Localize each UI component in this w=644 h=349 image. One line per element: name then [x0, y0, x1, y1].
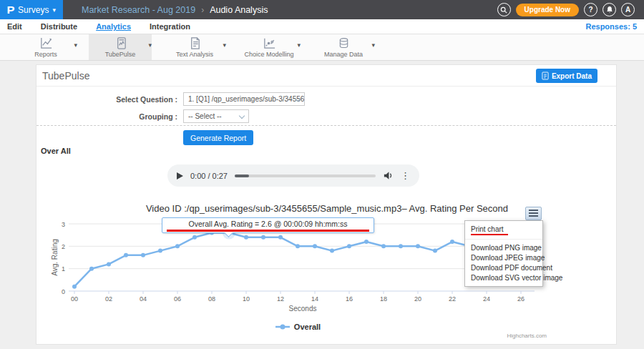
toolbar-item-label: Reports — [34, 51, 57, 58]
hamburger-icon — [529, 212, 538, 214]
generate-report-button[interactable]: Generate Report — [183, 130, 253, 145]
svg-text:22: 22 — [449, 295, 456, 303]
choice-modelling-icon — [263, 36, 276, 50]
surveys-menu[interactable]: P Surveys ▾ — [0, 0, 63, 19]
bell-icon — [606, 6, 613, 14]
caret-down-icon: ▾ — [52, 6, 56, 14]
responses-count[interactable]: Responses: 5 — [585, 22, 637, 31]
toolbar-item-tubepulse[interactable]: TubePulse ▾ — [89, 34, 152, 60]
svg-text:14: 14 — [311, 295, 318, 303]
nav-item-edit[interactable]: Edit — [7, 22, 22, 31]
svg-text:26: 26 — [517, 295, 525, 303]
breadcrumb-separator-icon: › — [201, 5, 204, 15]
select-question-value: 1. [Q1] /qp_userimages/sub-3/3455655/S..… — [188, 95, 305, 103]
manage-data-icon — [337, 36, 351, 50]
nav-item-distribute[interactable]: Distribute — [41, 22, 77, 31]
upgrade-now-button[interactable]: Upgrade Now — [516, 4, 579, 16]
dotted-divider — [36, 125, 616, 126]
toolbar-item-label: Manage Data — [324, 51, 363, 58]
search-icon — [500, 6, 507, 14]
toolbar-item-manage-data[interactable]: Manage Data ▾ — [312, 34, 375, 60]
menu-item-download-jpeg[interactable]: Download JPEG image — [465, 252, 542, 262]
caret-down-icon[interactable]: ▾ — [148, 41, 152, 49]
svg-text:08: 08 — [208, 295, 215, 303]
select-question-dropdown[interactable]: 1. [Q1] /qp_userimages/sub-3/3455655/S..… — [183, 92, 305, 106]
kebab-menu-icon[interactable]: ⋮ — [401, 171, 410, 180]
chart-tooltip: Overall Avg. Rating = 2.6 @ 00:00:09 hh:… — [162, 217, 374, 233]
questionpro-logo: P — [7, 4, 15, 16]
menu-divider — [465, 239, 542, 240]
search-button[interactable] — [497, 3, 511, 16]
caret-down-icon[interactable]: ▾ — [297, 41, 301, 49]
help-button[interactable]: ? — [584, 3, 597, 16]
chevron-down-icon — [239, 113, 245, 119]
toolbar-item-choice-modelling[interactable]: Choice Modelling ▾ — [238, 34, 301, 60]
grouping-dropdown[interactable]: -- Select -- — [183, 109, 249, 123]
breadcrumb-survey-name[interactable]: Market Research - Aug 2019 — [82, 5, 195, 15]
svg-text:06: 06 — [174, 295, 181, 303]
toolbar-item-label: Choice Modelling — [244, 51, 293, 58]
svg-text:10: 10 — [243, 295, 250, 303]
tubepulse-panel: TubePulse Export Data Select Question : … — [36, 64, 617, 345]
audio-player: 0:00 / 0:27 ⋮ — [167, 164, 419, 187]
caret-down-icon[interactable]: ▾ — [371, 41, 375, 49]
svg-text:0: 0 — [62, 288, 65, 295]
notifications-button[interactable] — [602, 3, 616, 16]
reports-chart-icon — [39, 36, 53, 50]
legend-line-marker-icon — [275, 323, 291, 330]
toolbar-item-reports[interactable]: Reports ▾ — [14, 34, 77, 60]
hamburger-icon — [529, 210, 538, 211]
chart-container: Video ID :/qp_userimages/sub-3/3455655/S… — [36, 203, 618, 343]
grouping-value: -- Select -- — [188, 112, 222, 120]
export-file-icon — [542, 72, 549, 80]
menu-item-print-chart[interactable]: Print chart — [465, 224, 542, 234]
page-title: TubePulse — [42, 70, 89, 82]
menu-item-download-pdf[interactable]: Download PDF document — [465, 262, 542, 272]
main-nav: Edit Distribute Analytics Integration Re… — [0, 19, 644, 34]
annotation-underline — [471, 234, 508, 235]
toolbar-item-text-analysis[interactable]: Text Analysis ▾ — [163, 34, 226, 60]
menu-item-download-svg[interactable]: Download SVG vector image — [465, 272, 542, 282]
grouping-label: Grouping : — [36, 112, 177, 121]
legend-item-overall[interactable]: Overall — [36, 323, 559, 331]
svg-text:02: 02 — [105, 295, 112, 303]
highcharts-credit[interactable]: Highcharts.com — [507, 333, 547, 339]
avatar[interactable]: A — [621, 3, 635, 16]
export-data-button[interactable]: Export Data — [536, 69, 597, 83]
menu-item-download-png[interactable]: Download PNG image — [465, 242, 542, 252]
audio-played-segment — [235, 174, 249, 177]
text-analysis-icon — [188, 36, 202, 50]
audio-time: 0:00 / 0:27 — [190, 172, 228, 180]
select-question-label: Select Question : — [36, 95, 177, 104]
annotation-underline — [167, 230, 369, 232]
tubepulse-icon — [114, 36, 127, 50]
svg-text:Avg. Rating: Avg. Rating — [51, 239, 59, 276]
svg-text:12: 12 — [277, 295, 284, 303]
question-mark-icon: ? — [588, 6, 592, 14]
svg-text:Seconds: Seconds — [289, 305, 317, 313]
export-data-label: Export Data — [552, 72, 592, 80]
svg-text:2: 2 — [62, 243, 65, 250]
legend-label: Overall — [294, 323, 321, 331]
chart-export-menu: Print chart Download PNG image Download … — [464, 220, 543, 287]
panel-header: TubePulse Export Data — [36, 65, 616, 87]
nav-item-integration[interactable]: Integration — [150, 22, 190, 31]
svg-text:04: 04 — [140, 295, 147, 303]
svg-text:1: 1 — [62, 265, 65, 272]
volume-icon[interactable] — [383, 170, 394, 181]
top-header: P Surveys ▾ Market Research - Aug 2019 ›… — [0, 0, 644, 19]
section-label-overall: Over All — [41, 147, 71, 155]
product-name: Surveys — [18, 5, 49, 15]
svg-text:24: 24 — [483, 295, 490, 303]
analytics-toolbar: Reports ▾ TubePulse ▾ Text Analysis ▾ Ch… — [0, 34, 644, 61]
caret-down-icon[interactable]: ▾ — [74, 41, 77, 49]
nav-item-analytics[interactable]: Analytics — [96, 22, 131, 31]
svg-text:20: 20 — [414, 295, 421, 303]
audio-seek-bar[interactable] — [235, 174, 376, 177]
header-actions: Upgrade Now ? A — [497, 3, 644, 16]
toolbar-item-label: TubePulse — [105, 51, 136, 58]
caret-down-icon[interactable]: ▾ — [223, 41, 226, 49]
svg-text:00: 00 — [71, 295, 78, 303]
play-button-icon[interactable] — [177, 172, 183, 180]
toolbar-item-label: Text Analysis — [176, 51, 213, 58]
